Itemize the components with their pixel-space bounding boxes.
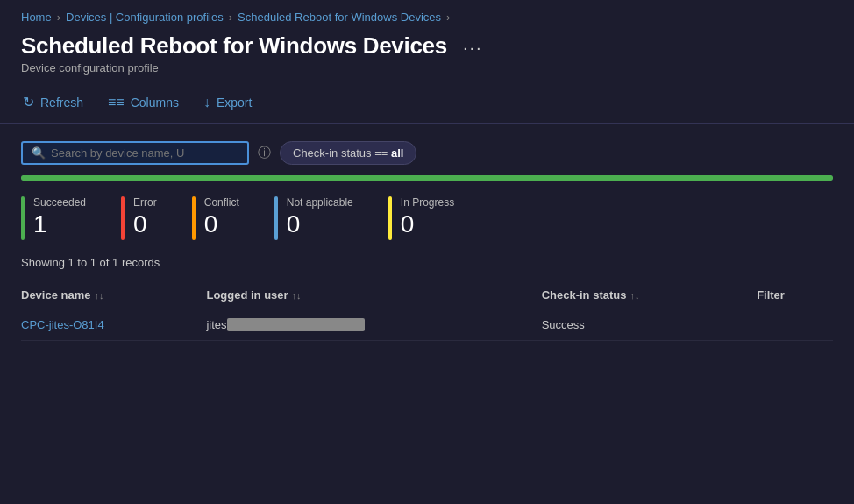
table-header-cell[interactable]: Check-in status↑↓ bbox=[542, 281, 757, 309]
table-row: CPC-jites-O81I4jites●●●●●●●●●●●●●●●●Succ… bbox=[21, 309, 833, 341]
data-table: Device name↑↓Logged in user↑↓Check-in st… bbox=[21, 281, 833, 341]
export-icon: ↓ bbox=[203, 95, 210, 110]
status-count: 0 bbox=[204, 212, 239, 237]
table-header-cell[interactable]: Logged in user↑↓ bbox=[206, 281, 541, 309]
status-label: Error bbox=[133, 196, 157, 209]
column-label: Device name bbox=[21, 288, 91, 302]
breadcrumb-sep-1: › bbox=[57, 11, 60, 24]
device-name-cell[interactable]: CPC-jites-O81I4 bbox=[21, 309, 206, 341]
columns-button[interactable]: ≡≡ Columns bbox=[106, 91, 181, 114]
status-count: 1 bbox=[33, 212, 86, 237]
status-item[interactable]: Conflict 0 bbox=[192, 196, 239, 240]
status-count: 0 bbox=[287, 212, 353, 237]
filter-cell bbox=[757, 309, 833, 341]
status-filter-value: all bbox=[391, 146, 403, 160]
page-header: Scheduled Reboot for Windows Devices ···… bbox=[0, 29, 854, 83]
refresh-label: Refresh bbox=[40, 96, 83, 110]
status-filter-label: Check-in status == bbox=[293, 146, 391, 160]
table-header-cell: Filter bbox=[757, 281, 833, 309]
status-count: 0 bbox=[133, 212, 157, 237]
search-box[interactable]: 🔍 bbox=[21, 141, 249, 165]
breadcrumb-sep-3: › bbox=[446, 11, 450, 24]
checkin-status-cell: Success bbox=[542, 309, 757, 341]
status-bar bbox=[21, 196, 25, 240]
status-bar bbox=[121, 196, 125, 240]
table-header-cell[interactable]: Device name↑↓ bbox=[21, 281, 206, 309]
status-content: Not applicable 0 bbox=[287, 196, 353, 240]
status-bar bbox=[274, 196, 278, 240]
export-label: Export bbox=[217, 96, 252, 110]
status-label: Not applicable bbox=[287, 196, 353, 209]
logged-in-user-cell: jites●●●●●●●●●●●●●●●● bbox=[206, 309, 541, 341]
status-filter-badge[interactable]: Check-in status == all bbox=[280, 141, 416, 165]
column-label: Check-in status bbox=[542, 288, 627, 302]
status-label: Conflict bbox=[204, 196, 239, 209]
search-input[interactable] bbox=[51, 146, 238, 160]
status-item[interactable]: Not applicable 0 bbox=[274, 196, 353, 240]
user-name-blurred: ●●●●●●●●●●●●●●●● bbox=[227, 318, 366, 331]
progress-bar-container bbox=[21, 175, 833, 181]
breadcrumb: Home › Devices | Configuration profiles … bbox=[0, 0, 854, 29]
breadcrumb-sep-2: › bbox=[229, 11, 232, 24]
table-header-row: Device name↑↓Logged in user↑↓Check-in st… bbox=[21, 281, 833, 309]
table-container: Device name↑↓Logged in user↑↓Check-in st… bbox=[0, 281, 854, 341]
refresh-button[interactable]: ↻ Refresh bbox=[21, 90, 85, 114]
column-label: Filter bbox=[757, 288, 785, 302]
status-label: Succeeded bbox=[33, 196, 86, 209]
breadcrumb-current: Scheduled Reboot for Windows Devices bbox=[238, 11, 441, 24]
sort-arrows: ↑↓ bbox=[95, 290, 104, 301]
status-label: In Progress bbox=[401, 196, 454, 209]
status-item[interactable]: Succeeded 1 bbox=[21, 196, 86, 240]
sort-arrows: ↑↓ bbox=[292, 290, 302, 301]
filter-row: 🔍 ⓘ Check-in status == all bbox=[0, 134, 854, 175]
info-icon[interactable]: ⓘ bbox=[258, 145, 271, 161]
status-content: Conflict 0 bbox=[204, 196, 239, 240]
status-bar bbox=[388, 196, 392, 240]
page-container: Home › Devices | Configuration profiles … bbox=[0, 0, 854, 504]
columns-label: Columns bbox=[131, 96, 179, 110]
page-title: Scheduled Reboot for Windows Devices bbox=[21, 32, 447, 60]
status-item[interactable]: Error 0 bbox=[121, 196, 157, 240]
export-button[interactable]: ↓ Export bbox=[202, 91, 253, 114]
user-name-visible: jites bbox=[206, 318, 226, 331]
breadcrumb-home[interactable]: Home bbox=[21, 11, 52, 24]
more-options-button[interactable]: ··· bbox=[458, 36, 488, 60]
records-info: Showing 1 to 1 of 1 records bbox=[0, 256, 854, 281]
page-subtitle: Device configuration profile bbox=[21, 61, 833, 75]
progress-bar-fill bbox=[21, 175, 833, 181]
search-icon: 🔍 bbox=[32, 146, 46, 160]
status-content: In Progress 0 bbox=[401, 196, 454, 240]
breadcrumb-devices[interactable]: Devices | Configuration profiles bbox=[66, 11, 224, 24]
column-label: Logged in user bbox=[206, 288, 288, 302]
columns-icon: ≡≡ bbox=[108, 95, 125, 110]
status-content: Succeeded 1 bbox=[33, 196, 86, 240]
toolbar: ↻ Refresh ≡≡ Columns ↓ Export bbox=[0, 83, 854, 123]
status-item[interactable]: In Progress 0 bbox=[388, 196, 454, 240]
refresh-icon: ↻ bbox=[23, 94, 34, 110]
sort-arrows: ↑↓ bbox=[630, 290, 639, 301]
status-bar bbox=[192, 196, 196, 240]
status-count: 0 bbox=[401, 212, 454, 237]
toolbar-divider bbox=[0, 123, 854, 124]
status-counters: Succeeded 1 Error 0 Conflict 0 Not appli… bbox=[0, 196, 854, 256]
status-content: Error 0 bbox=[133, 196, 157, 240]
